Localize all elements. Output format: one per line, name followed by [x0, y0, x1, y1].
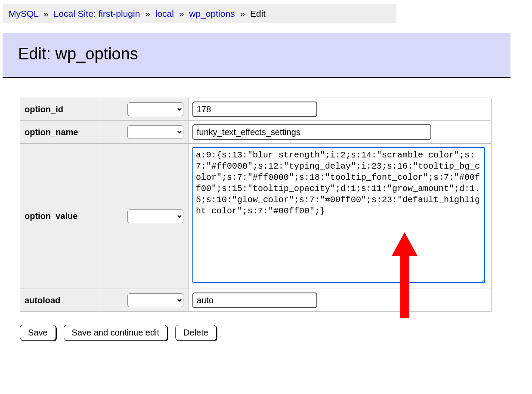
page-header: Edit: wp_options [3, 33, 510, 78]
breadcrumb-sep: » [240, 9, 245, 18]
label-option-name: option_name [20, 121, 100, 144]
save-continue-button[interactable]: Save and continue edit [64, 325, 168, 341]
breadcrumb: MySQL » Local Site: first-plugin » local… [3, 4, 396, 23]
breadcrumb-link-table[interactable]: wp_options [189, 9, 235, 18]
label-option-id: option_id [20, 98, 100, 121]
row-option-name: option_name [20, 121, 492, 144]
breadcrumb-link-db[interactable]: local [155, 9, 174, 18]
delete-button[interactable]: Delete [175, 325, 217, 341]
action-buttons: Save Save and continue edit Delete [20, 325, 532, 341]
input-autoload[interactable] [192, 292, 317, 308]
breadcrumb-link-server[interactable]: Local Site: first-plugin [54, 9, 140, 18]
label-option-value: option_value [20, 144, 100, 289]
breadcrumb-link-mysql[interactable]: MySQL [9, 9, 38, 18]
label-autoload: autoload [20, 289, 100, 312]
breadcrumb-sep: » [43, 9, 49, 18]
row-autoload: autoload [20, 289, 492, 312]
save-button[interactable]: Save [20, 325, 56, 341]
breadcrumb-sep: » [145, 9, 150, 18]
func-select-option-name[interactable] [127, 125, 183, 139]
edit-table: option_id option_name option_value autol… [20, 98, 492, 312]
page-title: Edit: wp_options [18, 45, 495, 63]
func-select-option-value[interactable] [127, 209, 183, 223]
textarea-option-value[interactable] [192, 147, 485, 283]
input-option-name[interactable] [192, 124, 431, 140]
func-select-autoload[interactable] [127, 293, 183, 307]
row-option-id: option_id [20, 98, 492, 121]
func-select-option-id[interactable] [127, 102, 183, 116]
breadcrumb-sep: » [179, 9, 184, 18]
row-option-value: option_value [20, 144, 492, 289]
breadcrumb-current: Edit [250, 9, 266, 18]
input-option-id[interactable] [192, 102, 317, 117]
